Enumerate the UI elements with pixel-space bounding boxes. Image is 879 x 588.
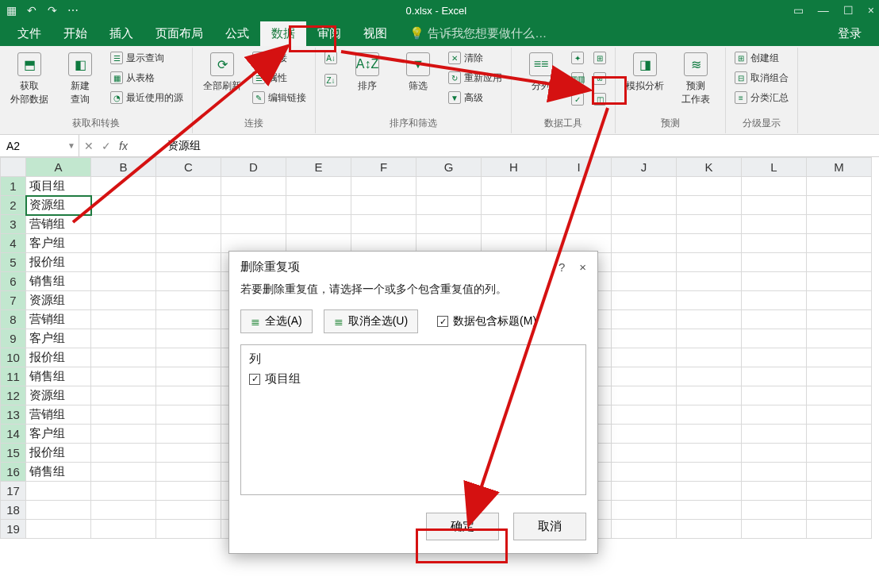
cell[interactable]: 报价组 xyxy=(26,253,91,272)
row-header[interactable]: 15 xyxy=(1,444,26,463)
cell[interactable] xyxy=(807,234,872,253)
row-header[interactable]: 3 xyxy=(1,215,26,234)
row-header[interactable]: 13 xyxy=(1,405,26,425)
cell[interactable] xyxy=(26,482,91,501)
sort-desc-button[interactable]: Z↓ xyxy=(322,71,340,89)
cell[interactable] xyxy=(221,177,286,196)
cell[interactable] xyxy=(91,177,156,196)
cell[interactable]: 项目组 xyxy=(26,177,91,196)
cell[interactable] xyxy=(612,291,677,310)
cell[interactable] xyxy=(416,196,482,215)
cell[interactable] xyxy=(91,253,156,272)
cell[interactable] xyxy=(742,482,807,501)
refresh-all-button[interactable]: ⟳全部刷新 xyxy=(199,49,245,93)
column-header[interactable]: H xyxy=(482,158,547,177)
cell[interactable] xyxy=(91,234,156,253)
row-header[interactable]: 18 xyxy=(1,501,26,520)
cell[interactable] xyxy=(156,425,221,444)
cell[interactable] xyxy=(677,405,742,425)
flash-fill-button[interactable]: ✦ xyxy=(569,49,586,67)
enter-formula-icon[interactable]: ✓ xyxy=(102,140,111,152)
cell[interactable] xyxy=(91,501,156,520)
cell[interactable] xyxy=(677,310,742,329)
cell[interactable] xyxy=(677,215,742,234)
column-header[interactable]: E xyxy=(286,158,351,177)
cell[interactable] xyxy=(91,310,156,329)
cell[interactable] xyxy=(156,177,221,196)
cell[interactable] xyxy=(286,177,351,196)
close-icon[interactable]: × xyxy=(868,4,874,17)
cell[interactable] xyxy=(742,196,807,215)
column-header[interactable]: M xyxy=(807,158,872,177)
undo-icon[interactable]: ↶ xyxy=(25,4,38,17)
minimize-icon[interactable]: — xyxy=(818,4,829,17)
cell[interactable] xyxy=(677,367,742,386)
cell[interactable] xyxy=(612,234,677,253)
help-icon[interactable]: ? xyxy=(558,260,565,274)
ribbon-options-icon[interactable]: ▭ xyxy=(793,4,804,17)
cell[interactable] xyxy=(156,444,221,463)
cell[interactable] xyxy=(221,196,286,215)
cell[interactable] xyxy=(677,291,742,310)
row-header[interactable]: 1 xyxy=(1,177,26,196)
properties-button[interactable]: ☰属性 xyxy=(250,69,309,86)
get-external-data-button[interactable]: ⬒获取 外部数据 xyxy=(6,49,52,106)
select-all-cells[interactable] xyxy=(1,158,26,177)
row-header[interactable]: 11 xyxy=(1,367,26,386)
cell[interactable]: 营销组 xyxy=(26,310,91,329)
cell[interactable] xyxy=(742,177,807,196)
cell[interactable] xyxy=(156,329,221,348)
save-icon[interactable]: ▦ xyxy=(5,4,17,17)
cell[interactable] xyxy=(612,253,677,272)
cell[interactable]: 销售组 xyxy=(26,367,91,386)
cell[interactable] xyxy=(742,329,807,348)
cell[interactable] xyxy=(91,444,156,463)
cell[interactable] xyxy=(91,329,156,348)
cell[interactable] xyxy=(156,310,221,329)
cell[interactable] xyxy=(416,215,482,234)
cell[interactable]: 销售组 xyxy=(26,272,91,291)
tab-data[interactable]: 数据 xyxy=(260,21,306,46)
cell[interactable]: 销售组 xyxy=(26,463,91,482)
cell[interactable] xyxy=(156,501,221,520)
cell[interactable] xyxy=(677,386,742,405)
cell[interactable] xyxy=(742,425,807,444)
cell[interactable] xyxy=(677,520,742,539)
cell[interactable] xyxy=(482,177,547,196)
columns-listbox[interactable]: 列 ✓项目组 xyxy=(240,344,586,495)
column-header[interactable]: A xyxy=(26,158,91,177)
cell[interactable] xyxy=(91,405,156,425)
cell[interactable] xyxy=(612,520,677,539)
redo-icon[interactable]: ↷ xyxy=(46,4,59,17)
cell[interactable] xyxy=(91,482,156,501)
cell[interactable] xyxy=(742,520,807,539)
chevron-down-icon[interactable]: ▼ xyxy=(67,141,75,150)
column-header[interactable]: D xyxy=(221,158,286,177)
sort-asc-button[interactable]: A↓ xyxy=(322,49,340,67)
cell[interactable] xyxy=(91,348,156,367)
cell[interactable] xyxy=(742,348,807,367)
cell[interactable] xyxy=(742,272,807,291)
cell[interactable] xyxy=(612,310,677,329)
cell[interactable] xyxy=(156,405,221,425)
new-query-button[interactable]: ◧新建 查询 xyxy=(57,49,103,106)
cell[interactable] xyxy=(742,386,807,405)
cell[interactable] xyxy=(742,463,807,482)
tab-view[interactable]: 视图 xyxy=(352,21,398,46)
cell[interactable] xyxy=(351,196,416,215)
cell[interactable] xyxy=(351,234,416,253)
cell[interactable] xyxy=(91,291,156,310)
cell[interactable] xyxy=(742,367,807,386)
cell[interactable]: 资源组 xyxy=(26,196,91,215)
column-header[interactable]: F xyxy=(351,158,416,177)
cell[interactable] xyxy=(807,463,872,482)
cell[interactable]: 客户组 xyxy=(26,234,91,253)
cell[interactable] xyxy=(547,177,612,196)
cell[interactable] xyxy=(677,425,742,444)
tab-home[interactable]: 开始 xyxy=(52,21,98,46)
cell[interactable] xyxy=(612,482,677,501)
cell[interactable] xyxy=(742,215,807,234)
cell[interactable] xyxy=(416,234,482,253)
cell[interactable] xyxy=(742,405,807,425)
column-header[interactable]: G xyxy=(416,158,482,177)
